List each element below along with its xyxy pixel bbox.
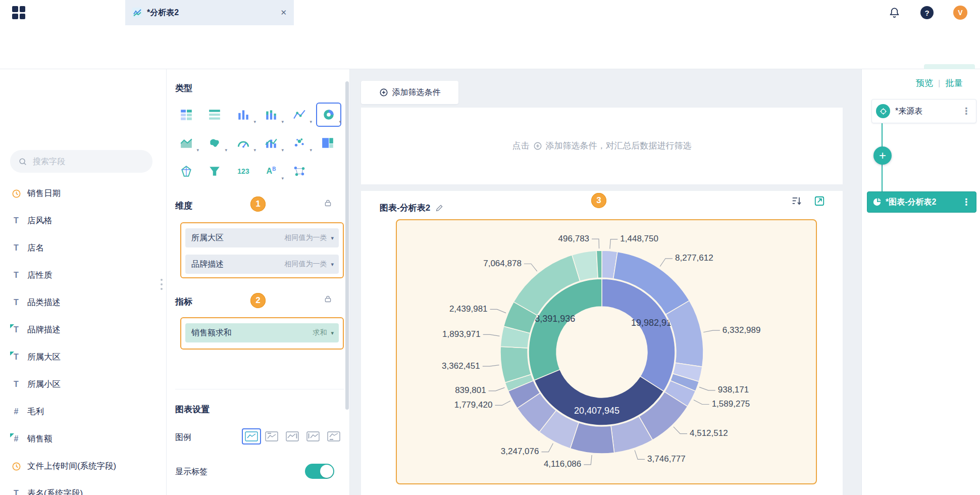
- sort-icon[interactable]: [791, 195, 802, 207]
- type-relation-icon[interactable]: [288, 160, 311, 182]
- step-badge-3: 3: [591, 193, 606, 208]
- svg-text:4,512,512: 4,512,512: [690, 428, 728, 438]
- field-item-subregion[interactable]: T 所属小区: [0, 371, 167, 398]
- svg-text:1,448,750: 1,448,750: [620, 234, 658, 243]
- field-item-table-name[interactable]: T 表名(系统字段): [0, 480, 167, 495]
- measure-pill-sales-sum[interactable]: 销售额求和 求和 ▾: [185, 323, 339, 342]
- svg-text:3,247,076: 3,247,076: [501, 447, 539, 456]
- measures-lock-icon[interactable]: [324, 294, 332, 305]
- field-item-store-name[interactable]: T 店名: [0, 234, 167, 262]
- chevron-down-icon: ▾: [310, 119, 312, 124]
- type-funnel-icon[interactable]: [203, 160, 226, 182]
- canvas-area: 添加筛选条件 点击 添加筛选条件，对汇总后数据进行筛选 图表-分析表2 3 19…: [350, 69, 861, 495]
- chart-config-panel: 类型 ▾ ▾ ▾ ▾ ▾ ▾ ▾ ▾ ▾ 123 AB▾ 维度 1 所属大区 相…: [167, 69, 350, 495]
- dimension-pill-region[interactable]: 所属大区 相同值为一类 ▾: [185, 228, 339, 247]
- number-calc-field-icon: #: [11, 434, 21, 444]
- dimensions-heading: 维度: [175, 200, 192, 212]
- node-source-table[interactable]: *来源表 ⋮: [871, 99, 976, 123]
- field-item-gross-profit[interactable]: # 毛利: [0, 398, 167, 425]
- dimensions-lock-icon[interactable]: [324, 199, 332, 209]
- legend-option-1[interactable]: [242, 428, 261, 444]
- toolbar: 参数 图表 导出 更多 ▼ 保存: [0, 25, 980, 69]
- field-item-category-desc[interactable]: T 品类描述: [0, 289, 167, 316]
- notifications-bell-icon[interactable]: [889, 7, 900, 19]
- type-grouped-table-icon[interactable]: [175, 104, 198, 126]
- type-treemap-icon[interactable]: [316, 132, 339, 154]
- field-item-sales-date[interactable]: 销售日期: [0, 180, 167, 207]
- type-gauge-icon[interactable]: ▾: [232, 132, 255, 154]
- legend-option-5[interactable]: [324, 428, 343, 444]
- tab-batch[interactable]: 批量: [945, 77, 962, 89]
- chevron-down-icon: ▾: [225, 147, 227, 153]
- sunburst-chart: 19,982,9131,448,7508,277,6126,332,989938…: [397, 220, 816, 483]
- kebab-menu-icon[interactable]: ⋮: [962, 106, 971, 117]
- plus-circle-icon: [379, 88, 388, 97]
- type-pivot-table-icon[interactable]: [203, 104, 226, 126]
- tab-analysis-sheet[interactable]: *分析表2 ✕: [125, 0, 294, 25]
- svg-text:7,064,878: 7,064,878: [483, 259, 522, 268]
- field-item-store-style[interactable]: T 店风格: [0, 207, 167, 234]
- svg-text:3,746,777: 3,746,777: [647, 454, 686, 464]
- field-item-store-type[interactable]: T 店性质: [0, 262, 167, 289]
- kebab-menu-icon[interactable]: ⋮: [962, 196, 971, 208]
- legend-option-3[interactable]: [283, 428, 302, 444]
- sunburst-chart-region[interactable]: 19,982,9131,448,7508,277,6126,332,989938…: [396, 219, 817, 484]
- tab-close-icon[interactable]: ✕: [280, 8, 287, 17]
- add-filter-button[interactable]: 添加筛选条件: [361, 81, 458, 104]
- pie-chart-icon: [872, 197, 882, 207]
- type-map-icon[interactable]: ▾: [203, 132, 226, 154]
- legend-option-2[interactable]: [262, 428, 281, 444]
- field-search-box[interactable]: [10, 150, 152, 173]
- source-table-icon: [876, 104, 890, 118]
- expand-icon[interactable]: [814, 195, 825, 207]
- avatar[interactable]: V: [953, 6, 967, 20]
- text-field-icon: T: [11, 488, 21, 495]
- field-item-brand-desc[interactable]: T 品牌描述: [0, 316, 167, 343]
- type-bar-chart-icon[interactable]: ▾: [232, 104, 255, 126]
- svg-text:496,783: 496,783: [558, 234, 589, 243]
- svg-text:2,439,981: 2,439,981: [449, 304, 488, 314]
- tab-preview[interactable]: 预览: [916, 77, 933, 89]
- add-node-button[interactable]: +: [873, 146, 892, 165]
- section-divider: [175, 389, 344, 389]
- type-stacked-bar-icon[interactable]: ▾: [260, 104, 283, 126]
- type-line-scatter-icon[interactable]: ▾: [288, 104, 311, 126]
- svg-text:3,362,451: 3,362,451: [442, 361, 480, 371]
- type-scatter-icon[interactable]: ▾: [288, 132, 311, 154]
- flow-panel: [861, 69, 980, 495]
- help-icon[interactable]: ?: [920, 6, 934, 19]
- type-area-chart-icon[interactable]: ▾: [175, 132, 198, 154]
- chevron-down-icon: ▾: [196, 147, 199, 153]
- type-heading: 类型: [175, 82, 192, 94]
- text-field-icon: T: [11, 379, 21, 389]
- app-logo-icon[interactable]: [12, 6, 25, 19]
- field-item-region[interactable]: T 所属大区: [0, 343, 167, 371]
- tab-chart-icon: [132, 8, 142, 18]
- type-polygon-icon[interactable]: [175, 160, 198, 182]
- edit-pencil-icon[interactable]: [435, 204, 444, 212]
- field-item-upload-time[interactable]: 文件上传时间(系统字段): [0, 453, 167, 480]
- app-root: *分析表2 ✕ ? V 参数 图表 导出 更多 ▼ 保存: [0, 0, 980, 495]
- type-text-icon[interactable]: AB▾: [260, 160, 283, 182]
- type-combo-chart-icon[interactable]: ▾: [260, 132, 283, 154]
- type-pie-chart-icon[interactable]: ▾: [316, 103, 341, 127]
- svg-text:8,277,612: 8,277,612: [675, 253, 713, 263]
- node-source-label: *来源表: [895, 106, 922, 117]
- field-item-sales-amount[interactable]: # 销售额: [0, 425, 167, 453]
- text-field-icon: T: [11, 243, 21, 253]
- dimension-pill-brand[interactable]: 品牌描述 相同值为一类 ▾: [185, 255, 339, 274]
- show-label-toggle[interactable]: [305, 464, 334, 479]
- search-input[interactable]: [32, 157, 135, 167]
- search-icon: [18, 157, 27, 166]
- chevron-down-icon: ▾: [339, 119, 341, 124]
- measures-heading: 指标: [175, 296, 192, 308]
- type-kpi-card-icon[interactable]: 123: [232, 160, 255, 182]
- node-chart-selected[interactable]: *图表-分析表2 ⋮: [867, 191, 976, 213]
- text-field-icon: T: [11, 270, 21, 280]
- panel-resize-handle[interactable]: [161, 279, 163, 290]
- svg-text:1,589,275: 1,589,275: [712, 399, 750, 409]
- config-scrollbar[interactable]: [345, 81, 349, 410]
- legend-option-4[interactable]: [303, 428, 323, 444]
- text-calc-field-icon: T: [11, 325, 21, 335]
- chevron-down-icon: ▾: [253, 147, 256, 153]
